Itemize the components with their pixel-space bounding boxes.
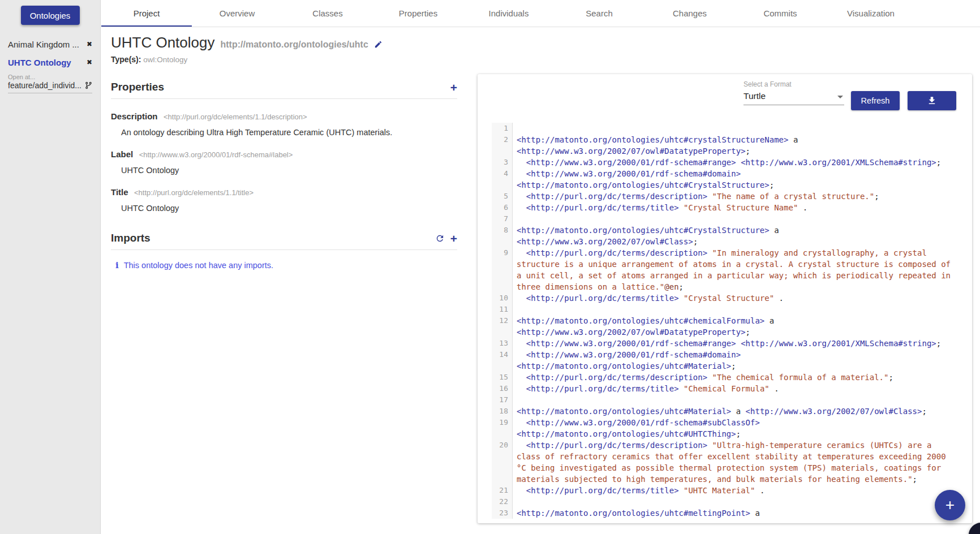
- line-number: 12: [492, 315, 513, 338]
- format-selected-value: Turtle: [743, 91, 766, 101]
- code-line-text: <http://purl.org/dc/terms/description> "…: [513, 372, 956, 383]
- property-value[interactable]: UHTC Ontology: [121, 166, 457, 175]
- code-line-text: <http://matonto.org/ontologies/uhtc#chem…: [513, 315, 956, 338]
- line-number: 7: [492, 213, 513, 225]
- code-line: 18<http://matonto.org/ontologies/uhtc#Ma…: [492, 406, 972, 417]
- property-value[interactable]: An ontology describing Ultra High Temper…: [121, 128, 457, 137]
- code-line: 20 <http://purl.org/dc/terms/description…: [492, 440, 972, 485]
- code-line-text: <http://matonto.org/ontologies/uhtc#crys…: [513, 134, 956, 157]
- download-icon: [927, 96, 937, 106]
- plus-icon: +: [945, 497, 955, 513]
- line-number: 15: [492, 372, 513, 383]
- add-import-icon[interactable]: +: [450, 232, 457, 244]
- types-value: owl:Ontology: [143, 55, 187, 64]
- code-lines: 12<http://matonto.org/ontologies/uhtc#cr…: [492, 123, 972, 519]
- no-imports-message: i This ontology does not have any import…: [115, 260, 457, 270]
- branch-name: feature/add_individ...: [8, 81, 81, 90]
- line-number: 13: [492, 338, 513, 349]
- property-name: Description: [111, 111, 158, 121]
- line-number: 23: [492, 507, 513, 519]
- imports-section-heading: Imports: [111, 232, 151, 244]
- format-label: Select a Format: [743, 80, 844, 88]
- properties-section-heading: Properties: [111, 81, 164, 93]
- divider: [111, 249, 457, 250]
- code-line-text: <http://www.w3.org/2000/01/rdf-schema#do…: [513, 349, 956, 372]
- tab-individuals[interactable]: Individuals: [463, 0, 554, 27]
- line-number: 5: [492, 191, 513, 202]
- tab-properties[interactable]: Properties: [373, 0, 463, 27]
- line-number: 16: [492, 383, 513, 394]
- property-item-title: Title <http://purl.org/dc/elements/1.1/t…: [111, 187, 457, 213]
- tab-commits[interactable]: Commits: [735, 0, 826, 27]
- code-line-text: <http://www.w3.org/2000/01/rdf-schema#ra…: [513, 338, 956, 349]
- download-button[interactable]: [908, 91, 956, 110]
- main-area: Project Overview Classes Properties Indi…: [101, 0, 980, 534]
- code-line-text: <http://purl.org/dc/terms/title> "Crysta…: [513, 292, 956, 304]
- add-property-icon[interactable]: +: [450, 81, 457, 93]
- property-iri: <http://purl.org/dc/elements/1.1/title>: [134, 188, 253, 197]
- code-line-text: <http://matonto.org/ontologies/uhtc#melt…: [513, 507, 956, 519]
- create-entity-fab[interactable]: +: [935, 490, 965, 520]
- tab-project[interactable]: Project: [101, 0, 192, 27]
- chevron-down-icon: [837, 96, 843, 98]
- sidebar: Ontologies Animal Kingdom ... ✖ UHTC Ont…: [0, 0, 101, 534]
- refresh-button[interactable]: Refresh: [851, 91, 900, 110]
- tab-visualization[interactable]: Visualization: [826, 0, 916, 27]
- tab-classes[interactable]: Classes: [282, 0, 373, 27]
- branch-selector[interactable]: feature/add_individ...: [8, 81, 92, 93]
- code-line: 13 <http://www.w3.org/2000/01/rdf-schema…: [492, 338, 972, 349]
- tab-search[interactable]: Search: [554, 0, 644, 27]
- preview-toolbar: Select a Format Turtle Refresh: [478, 74, 972, 110]
- line-number: 4: [492, 168, 513, 191]
- format-select[interactable]: Turtle: [743, 91, 844, 105]
- code-line: 8<http://matonto.org/ontologies/uhtc#Cry…: [492, 225, 972, 247]
- code-line: 17: [492, 394, 972, 406]
- property-iri: <http://purl.org/dc/elements/1.1/descrip…: [164, 113, 307, 121]
- close-icon[interactable]: ✖: [87, 41, 92, 48]
- property-value[interactable]: UHTC Ontology: [121, 204, 457, 213]
- code-line-text: <http://matonto.org/ontologies/uhtc#Crys…: [513, 225, 956, 247]
- line-number: 6: [492, 202, 513, 213]
- sidebar-item-uhtc-ontology[interactable]: UHTC Ontology ✖: [0, 53, 100, 71]
- close-icon[interactable]: ✖: [87, 59, 92, 66]
- code-line-text: <http://www.w3.org/2000/01/rdf-schema#su…: [513, 417, 956, 440]
- tab-changes[interactable]: Changes: [644, 0, 735, 27]
- line-number: 1: [492, 123, 513, 134]
- ontologies-button[interactable]: Ontologies: [21, 6, 80, 25]
- line-number: 9: [492, 247, 513, 292]
- tab-overview[interactable]: Overview: [192, 0, 282, 27]
- types-label: Type(s):: [111, 55, 141, 64]
- page-title: UHTC Ontology: [111, 34, 215, 51]
- line-number: 22: [492, 496, 513, 507]
- code-line: 4 <http://www.w3.org/2000/01/rdf-schema#…: [492, 168, 972, 191]
- line-number: 3: [492, 157, 513, 168]
- line-number: 19: [492, 417, 513, 440]
- code-line: 21 <http://purl.org/dc/terms/title> "UHT…: [492, 485, 972, 496]
- code-line: 23<http://matonto.org/ontologies/uhtc#me…: [492, 507, 972, 519]
- code-line: 14 <http://www.w3.org/2000/01/rdf-schema…: [492, 349, 972, 372]
- code-line-text: [513, 496, 956, 507]
- code-line: 15 <http://purl.org/dc/terms/description…: [492, 372, 972, 383]
- info-icon: i: [115, 260, 119, 270]
- property-name: Title: [111, 187, 128, 197]
- code-line: 10 <http://purl.org/dc/terms/title> "Cry…: [492, 292, 972, 304]
- code-line: 7: [492, 213, 972, 225]
- code-line: 11: [492, 304, 972, 315]
- refresh-imports-icon[interactable]: [435, 234, 445, 243]
- code-line: 12<http://matonto.org/ontologies/uhtc#ch…: [492, 315, 972, 338]
- property-item-description: Description <http://purl.org/dc/elements…: [111, 111, 457, 137]
- app-screen: Ontologies Animal Kingdom ... ✖ UHTC Ont…: [0, 0, 980, 534]
- ontology-iri: http://matonto.org/ontologies/uhtc: [221, 40, 368, 50]
- code-line: 3 <http://www.w3.org/2000/01/rdf-schema#…: [492, 157, 972, 168]
- code-line: 1: [492, 123, 972, 134]
- code-editor[interactable]: 12<http://matonto.org/ontologies/uhtc#cr…: [492, 123, 972, 519]
- code-line-text: <http://www.w3.org/2000/01/rdf-schema#ra…: [513, 157, 956, 168]
- code-line-text: [513, 213, 956, 225]
- line-number: 11: [492, 304, 513, 315]
- sidebar-item-animal-kingdom[interactable]: Animal Kingdom ... ✖: [0, 35, 100, 53]
- line-number: 2: [492, 134, 513, 157]
- code-line-text: [513, 123, 956, 134]
- serialization-preview-card: Select a Format Turtle Refresh: [478, 74, 972, 523]
- edit-iri-pencil-icon[interactable]: [374, 40, 382, 49]
- divider: [111, 98, 457, 99]
